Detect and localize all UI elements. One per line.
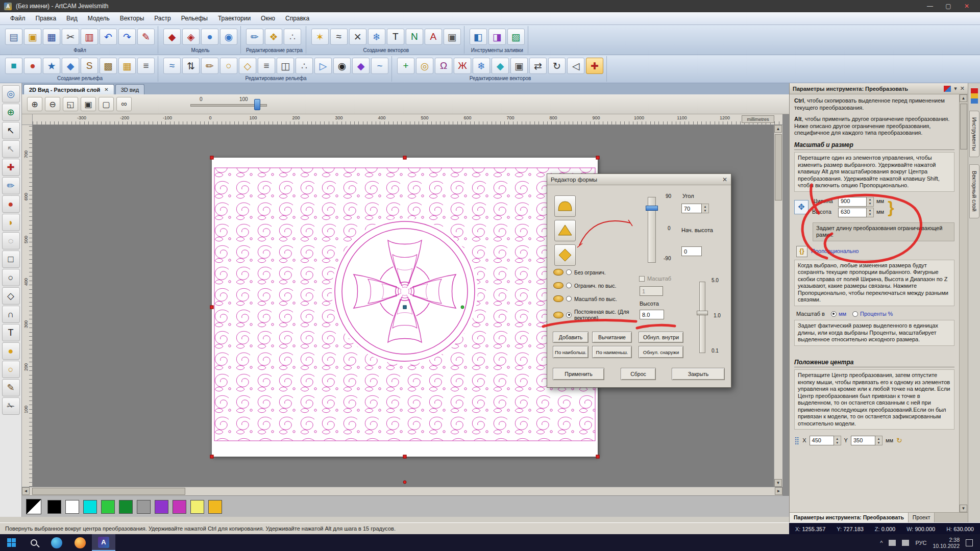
panel-flag-icon[interactable]	[944, 86, 951, 92]
menu-reliefs[interactable]: Рельефы	[176, 13, 213, 23]
text-vector-icon[interactable]: T	[387, 29, 404, 45]
height-scale-slider-handle[interactable]	[697, 311, 708, 315]
print-icon[interactable]: ▥	[81, 29, 98, 45]
text-tool[interactable]: T	[2, 324, 20, 341]
omega-icon[interactable]: Ω	[435, 58, 452, 74]
keyboard-language[interactable]: РУС	[915, 540, 926, 546]
polygon-tool[interactable]: ◇	[2, 287, 20, 305]
radio-limit-height[interactable]	[566, 283, 572, 288]
selection-handle-ne[interactable]	[596, 156, 600, 160]
radio-unit-mm[interactable]	[831, 311, 837, 317]
panel-scroll-up-icon[interactable]: ▲	[960, 94, 967, 102]
sculpt-icon[interactable]: ✏	[201, 58, 218, 74]
envelope-icon[interactable]: ◇	[239, 58, 256, 74]
radio-constant-height[interactable]	[566, 312, 572, 318]
width-input[interactable]: 900	[838, 197, 867, 207]
model-relief-icon[interactable]: ◆	[163, 29, 181, 45]
width-spinner[interactable]: ▲▼	[867, 197, 874, 207]
notification-center-icon[interactable]	[966, 539, 973, 546]
horizontal-scrollbar[interactable]: ◄ ►	[22, 487, 782, 495]
panel-scroll-down-icon[interactable]: ▼	[960, 505, 967, 512]
edge-snap-handle[interactable]	[461, 306, 464, 309]
snowflake-icon[interactable]: ❄	[368, 29, 385, 45]
height-scale-slider-track[interactable]	[699, 282, 705, 353]
dialog-close-icon[interactable]: ✕	[722, 176, 727, 183]
merge-low-button[interactable]: По наименьш.	[592, 346, 632, 358]
move-vector-icon[interactable]: ⇄	[529, 58, 547, 74]
link-brace-icon[interactable]: }	[888, 199, 894, 215]
transform-tool[interactable]: ✚	[2, 159, 20, 176]
link-views-icon[interactable]: ∞	[116, 97, 132, 111]
eye-icon[interactable]: ◉	[333, 58, 351, 74]
bezier-icon[interactable]: ≈	[330, 29, 348, 45]
radio-no-limit[interactable]	[566, 269, 572, 275]
menu-window[interactable]: Окно	[256, 13, 280, 23]
panel-scroll-thumb[interactable]	[960, 104, 967, 149]
palette-color-6[interactable]	[155, 500, 168, 514]
start-button[interactable]	[0, 534, 22, 551]
apply-button[interactable]: Применить	[553, 368, 604, 380]
nest-icon[interactable]: N	[406, 29, 423, 45]
menu-model[interactable]: Модель	[83, 13, 115, 23]
mirror-vector-icon[interactable]: ◁	[567, 58, 584, 74]
angle-spinner[interactable]: ▲▼	[702, 204, 709, 213]
selection-handle-w[interactable]	[210, 306, 214, 309]
spray-relief-icon[interactable]: ∴	[296, 58, 313, 74]
taskbar-artcam-icon[interactable]: A	[92, 534, 115, 551]
relief-sweep-icon[interactable]: S	[81, 58, 98, 74]
tab-tool-settings[interactable]: Параметры инструмента: Преобразовать	[790, 513, 909, 522]
taskbar-firefox-icon[interactable]	[68, 534, 92, 551]
zoom-window-icon[interactable]: ◱	[63, 97, 78, 111]
preview-tool[interactable]: ◎	[2, 85, 20, 103]
relief-layers-icon[interactable]: ≡	[137, 58, 155, 74]
ring-tool[interactable]: ○	[2, 361, 20, 378]
redo-icon[interactable]: ↷	[118, 29, 136, 45]
vertical-scrollbar[interactable]: ▲ ▼	[774, 125, 782, 487]
panel-close-icon[interactable]: ✕	[960, 85, 965, 92]
relief-texture-icon[interactable]: ▦	[118, 58, 136, 74]
maximize-button[interactable]: ▢	[939, 0, 958, 12]
tray-network-icon[interactable]	[889, 540, 896, 546]
transform-vector-icon[interactable]: ✚	[586, 58, 603, 74]
tab-3d-view[interactable]: 3D вид	[115, 84, 145, 94]
menu-raster[interactable]: Растр	[149, 13, 176, 23]
panel-pin-icon[interactable]: ▾	[954, 85, 957, 92]
center-y-spinner[interactable]: ▲▼	[875, 436, 883, 445]
taskbar-browser-icon[interactable]	[45, 534, 68, 551]
node-edit-icon[interactable]: ✕	[349, 29, 366, 45]
rectangle-tool[interactable]: □	[2, 251, 20, 268]
selection-handle-s[interactable]	[403, 455, 407, 459]
tab-close-icon[interactable]: ✕	[104, 87, 108, 92]
menu-file[interactable]: Файл	[5, 13, 31, 23]
zero-outside-button[interactable]: Обнул. снаружи	[639, 346, 683, 358]
menu-view[interactable]: Вид	[61, 13, 83, 23]
flood-fill-icon[interactable]: ◧	[470, 29, 487, 45]
model-rotate-icon[interactable]: ◉	[220, 29, 237, 45]
angle-input[interactable]: 70	[681, 204, 702, 213]
paint-tool[interactable]: ✏	[2, 177, 20, 194]
side-tab-vector-layers[interactable]: Векторный слой	[969, 164, 979, 218]
start-height-input[interactable]: 0	[681, 246, 702, 256]
relief-star-icon[interactable]: ★	[43, 58, 60, 74]
zero-inside-button[interactable]: Обнул. внутри	[639, 332, 683, 343]
mirror-relief-icon[interactable]: ▷	[314, 58, 332, 74]
smooth-relief-icon[interactable]: ≈	[163, 58, 181, 74]
select-tool[interactable]: ↖	[2, 122, 20, 139]
dialog-title-bar[interactable]: Редактор формы ✕	[547, 174, 731, 185]
angle-slider-handle[interactable]	[646, 206, 658, 211]
relief-dome-icon[interactable]: ●	[24, 58, 41, 74]
transform-center-handle[interactable]	[403, 306, 407, 309]
edit-pen-icon[interactable]: ✎	[137, 29, 155, 45]
gem-vector-icon[interactable]: ◆	[492, 58, 509, 74]
proportional-link[interactable]: Пропорционально	[811, 248, 859, 255]
taskbar-search-icon[interactable]	[22, 534, 45, 551]
relief-gem-icon[interactable]: ◆	[62, 58, 79, 74]
lock-relief-icon[interactable]: ◫	[277, 58, 294, 74]
horizontal-scroll-thumb[interactable]	[32, 488, 185, 495]
rotate-vector-icon[interactable]: ↻	[548, 58, 566, 74]
rotation-handle[interactable]	[403, 481, 407, 484]
palette-color-3[interactable]	[101, 500, 115, 514]
zoom-in-icon[interactable]: ⊕	[27, 97, 42, 111]
sphere-tool[interactable]: ●	[2, 195, 20, 213]
vector-select-tool[interactable]: ◌	[2, 232, 20, 249]
